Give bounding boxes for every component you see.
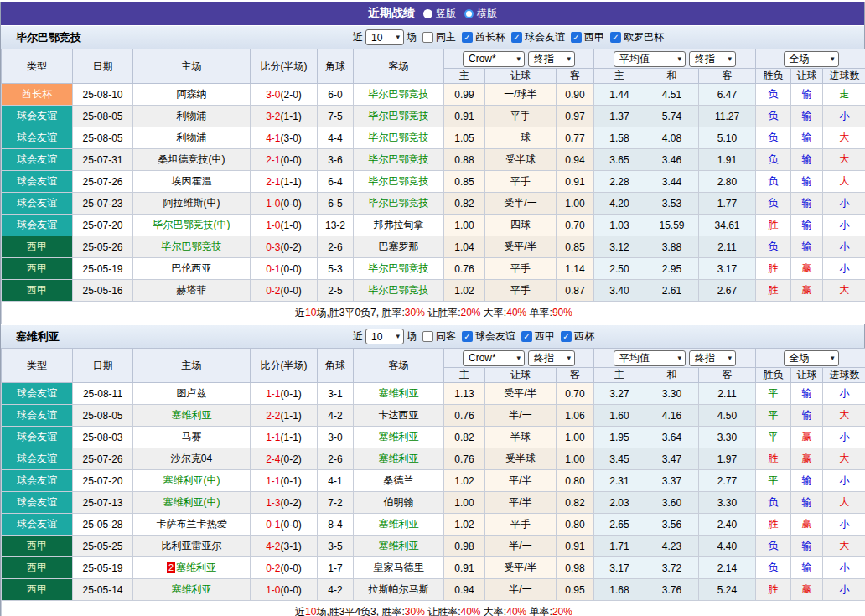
away-team-name: 毕尔巴鄂竞技 xyxy=(369,175,429,187)
avg-away-cell: 5.24 xyxy=(699,579,756,601)
avg-stage-select[interactable]: 终指▾ xyxy=(689,51,736,67)
chevron-down-icon: ▾ xyxy=(728,55,732,63)
avg-draw-cell: 3.76 xyxy=(645,579,699,601)
average-select[interactable]: 平均值▾ xyxy=(614,51,686,67)
match-count-select[interactable]: 10▾ xyxy=(365,29,404,45)
league-checkbox[interactable]: ✓ xyxy=(521,331,532,342)
home-team-name: 塞维利亚 xyxy=(172,409,212,421)
goals-result-cell: 大 xyxy=(823,448,865,470)
corner-cell: 1-7 xyxy=(318,557,354,579)
home-team-name: 桑坦德竞技(中) xyxy=(158,153,225,165)
home-team-name: 毕尔巴鄂竞技(中) xyxy=(153,219,230,230)
halftime-score: (3-1) xyxy=(281,541,302,552)
layout-radio-vertical[interactable]: 竖版 xyxy=(423,7,456,21)
away-team-name: 桑德兰 xyxy=(384,474,414,486)
result-cell: 负 xyxy=(756,193,791,215)
home-team-name: 利物浦 xyxy=(177,110,207,122)
avg-stage-select[interactable]: 终指▾ xyxy=(689,350,736,366)
type-cell: 球会友谊 xyxy=(2,470,73,492)
same-side-label: 同主 xyxy=(436,30,456,44)
subcol-header: 主 xyxy=(594,69,645,84)
type-cell: 西甲 xyxy=(2,236,73,258)
bookmaker-select[interactable]: Crow*▾ xyxy=(463,51,525,67)
fulltime-select[interactable]: 全场▾ xyxy=(784,350,839,366)
avg-away-cell: 2.77 xyxy=(699,470,756,492)
same-side-checkbox[interactable] xyxy=(422,32,433,43)
away-team-cell: 伯明翰 xyxy=(354,492,444,514)
score-cell: 0-3(0-2) xyxy=(251,236,318,258)
league-checkbox[interactable]: ✓ xyxy=(571,32,582,43)
odds-away-cell: 0.91 xyxy=(557,536,594,557)
corner-cell: 6-0 xyxy=(318,84,354,106)
avg-away-cell: 5.10 xyxy=(699,127,756,149)
corner-cell: 4-4 xyxy=(318,127,354,149)
odds-home-cell: 0.85 xyxy=(444,171,485,193)
radio-vertical-label: 竖版 xyxy=(436,7,456,21)
subcol-header: 客 xyxy=(699,368,756,383)
away-team-name: 毕尔巴鄂竞技 xyxy=(369,132,429,143)
score-cell: 2-1(1-1) xyxy=(251,171,318,193)
result-cell: 负 xyxy=(756,106,791,127)
away-team-cell: 毕尔巴鄂竞技 xyxy=(354,127,444,149)
summary-text: 10 xyxy=(305,606,316,616)
subcol-header: 主 xyxy=(444,69,485,84)
league-checkbox[interactable]: ✓ xyxy=(462,32,473,43)
corner-cell: 4-2 xyxy=(318,579,354,601)
radio-selected-icon xyxy=(423,9,432,18)
match-count-select[interactable]: 10▾ xyxy=(365,329,404,344)
goals-result-cell: 小 xyxy=(823,579,865,601)
odds-stage-select[interactable]: 终指▾ xyxy=(528,51,575,67)
match-row: 球会友谊25-08-03马赛1-1(1-1)3-0塞维利亚0.82半球1.001… xyxy=(2,427,865,448)
result-cell: 负 xyxy=(756,84,791,106)
result-cell: 平 xyxy=(756,405,791,427)
away-team-name: 卡达西亚 xyxy=(379,409,419,421)
header-row-groups: 类型日期主场比分(半场)角球客场Crow*▾终指▾平均值▾终指▾全场▾ xyxy=(2,49,865,69)
same-side-checkbox[interactable] xyxy=(422,331,433,342)
team-section: 塞维利亚近10▾场同客✓球会友谊✓西甲✓西杯类型日期主场比分(半场)角球客场Cr… xyxy=(1,324,864,616)
home-team-cell: 2塞维利亚 xyxy=(133,557,251,579)
home-team-name: 阿森纳 xyxy=(177,88,207,100)
fulltime-select[interactable]: 全场▾ xyxy=(784,51,839,67)
league-checkbox[interactable]: ✓ xyxy=(561,331,572,342)
avg-home-cell: 1.03 xyxy=(594,215,645,236)
handicap-result-cell: 输 xyxy=(791,149,823,171)
match-row: 西甲25-05-26毕尔巴鄂竞技0-3(0-2)2-6巴塞罗那1.04受平/半0… xyxy=(2,236,865,258)
handicap-cell: 平/半 xyxy=(485,492,557,514)
odds-away-cell: 0.70 xyxy=(557,215,594,236)
type-cell: 球会友谊 xyxy=(2,106,73,127)
odds-away-cell: 0.77 xyxy=(557,127,594,149)
result-cell: 胜 xyxy=(756,215,791,236)
league-checkbox[interactable]: ✓ xyxy=(462,331,473,342)
average-select[interactable]: 平均值▾ xyxy=(614,350,686,366)
result-cell: 负 xyxy=(756,149,791,171)
odds-home-cell: 1.00 xyxy=(444,492,485,514)
score-cell: 2-2(1-1) xyxy=(251,405,318,427)
corner-cell: 3-1 xyxy=(318,383,354,405)
chevron-down-icon: ▾ xyxy=(567,355,571,362)
league-checkbox[interactable]: ✓ xyxy=(610,32,621,43)
type-cell: 球会友谊 xyxy=(2,427,73,448)
type-cell: 球会友谊 xyxy=(2,171,73,193)
avg-draw-cell: 5.74 xyxy=(645,106,699,127)
handicap-result-cell: 输 xyxy=(791,106,823,127)
chevron-down-icon: ▾ xyxy=(396,333,400,340)
date-cell: 25-05-16 xyxy=(73,280,133,302)
date-cell: 25-08-05 xyxy=(73,106,133,127)
away-team-cell: 塞维利亚 xyxy=(354,427,444,448)
title-bar: 近期战绩 竖版 横版 xyxy=(1,2,864,25)
page-title: 近期战绩 xyxy=(368,6,415,21)
chevron-down-icon: ▾ xyxy=(567,55,571,63)
home-team-cell: 桑坦德竞技(中) xyxy=(133,149,251,171)
bookmaker-select[interactable]: Crow*▾ xyxy=(463,350,525,366)
odds-home-cell: 0.88 xyxy=(444,149,485,171)
odds-stage-select[interactable]: 终指▾ xyxy=(528,350,575,366)
avg-home-cell: 3.12 xyxy=(594,236,645,258)
league-checkbox[interactable]: ✓ xyxy=(511,32,522,43)
avg-home-cell: 3.45 xyxy=(594,448,645,470)
layout-radio-horizontal[interactable]: 横版 xyxy=(464,7,497,21)
handicap-cell: 半/一 xyxy=(485,536,557,557)
score-cell: 1-1(1-1) xyxy=(251,427,318,448)
away-team-name: 拉斯帕尔马斯 xyxy=(369,583,429,595)
odds-away-cell: 0.85 xyxy=(557,236,594,258)
odds-away-cell: 0.97 xyxy=(557,106,594,127)
